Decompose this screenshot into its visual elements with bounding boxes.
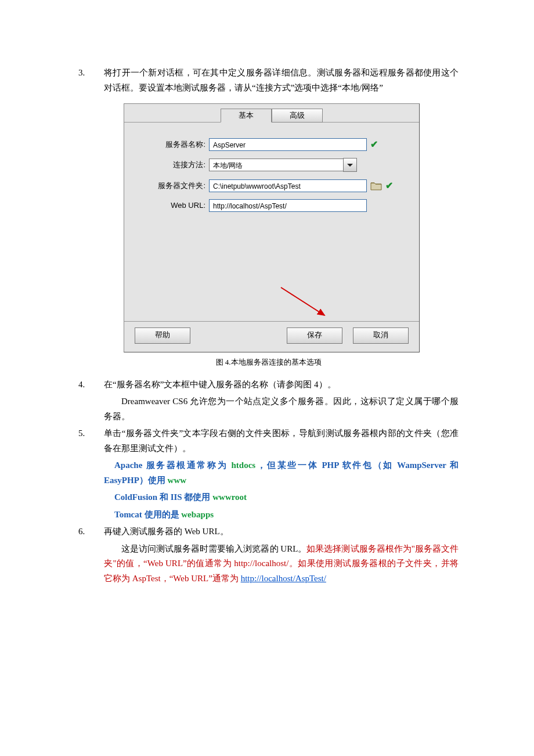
folder-icon[interactable] [370, 181, 382, 191]
check-icon: ✔ [385, 178, 393, 193]
label-connection: 连接方法: [124, 159, 209, 171]
tab-advanced[interactable]: 高级 [272, 109, 323, 123]
help-button[interactable]: 帮助 [135, 327, 190, 344]
svg-line-0 [281, 287, 324, 315]
step-3-text: 将打开一个新对话框，可在其中定义服务器详细信息。测试服务器和远程服务器都使用这个… [104, 66, 459, 95]
input-server-folder[interactable]: C:\inetpub\wwwroot\AspTest [209, 179, 367, 192]
label-web-url: Web URL: [124, 199, 209, 212]
input-web-url[interactable]: http://localhost/AspTest/ [209, 199, 367, 212]
select-connection[interactable]: 本地/网络 [209, 159, 344, 171]
cancel-button[interactable]: 取消 [353, 327, 409, 344]
step-5-apache: Apache 服务器根通常称为 htdocs，但某些一体 PHP 软件包（如 W… [104, 458, 459, 488]
step-6-detail: 这是访问测试服务器时需要输入浏览器的 URL。如果选择测试服务器根作为"服务器文… [104, 542, 459, 586]
red-arrow-annotation [124, 292, 397, 315]
figure-caption: 图 4.本地服务器连接的基本选项 [78, 356, 459, 369]
save-button[interactable]: 保存 [287, 327, 342, 344]
step-5-text: 单击“服务器文件夹”文本字段右侧的文件夹图标，导航到测试服务器根内部的文件夹（您… [104, 426, 459, 456]
step-6-text: 再键入测试服务器的 Web URL。 [104, 524, 459, 539]
chevron-down-icon[interactable] [343, 158, 357, 172]
step-4-detail: Dreamweaver CS6 允许您为一个站点定义多个服务器。因此，这标识了定… [104, 394, 459, 424]
server-dialog: 基本 高级 服务器名称: AspServer ✔ 连接方法: 本地/网络 服务器… [124, 103, 420, 352]
step-4-text: 在“服务器名称”文本框中键入服务器的名称（请参阅图 4）。 [104, 377, 459, 393]
step-5-coldfusion: ColdFusion 和 IIS 都使用 wwwroot [104, 490, 459, 505]
step-5-number: 5. [78, 426, 104, 456]
label-server-name: 服务器名称: [124, 138, 209, 151]
step-5-tomcat: Tomcat 使用的是 webapps [104, 507, 459, 523]
step-4-number: 4. [78, 377, 104, 393]
input-server-name[interactable]: AspServer [209, 138, 367, 151]
step-6-number: 6. [78, 524, 104, 539]
localhost-link[interactable]: http://localhost/AspTest/ [241, 574, 326, 583]
tab-basic[interactable]: 基本 [221, 109, 272, 123]
check-icon: ✔ [370, 136, 378, 152]
step-3-number: 3. [78, 66, 104, 95]
label-server-folder: 服务器文件夹: [124, 179, 209, 192]
